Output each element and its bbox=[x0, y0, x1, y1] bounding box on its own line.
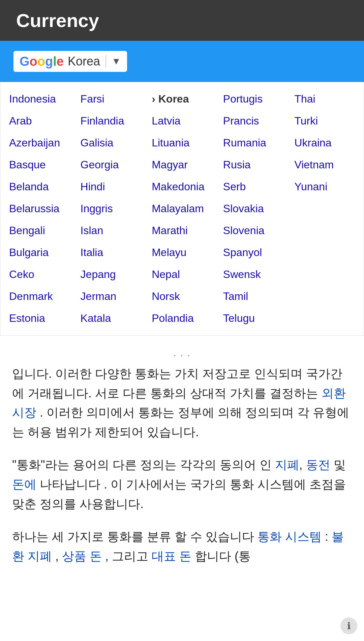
lang-turki[interactable]: Turki bbox=[289, 110, 360, 132]
search-divider bbox=[105, 55, 106, 67]
lang-belarussia[interactable]: Belarussia bbox=[4, 198, 75, 220]
lang-yunani[interactable]: Yunani bbox=[289, 176, 360, 198]
lang-nepal[interactable]: Nepal bbox=[146, 263, 218, 285]
language-column-2: Farsi Finlandia Galisia Georgia Hindi In… bbox=[75, 88, 147, 329]
lang-portugis[interactable]: Portugis bbox=[218, 88, 289, 110]
lang-slovenia[interactable]: Slovenia bbox=[218, 220, 289, 242]
link-done[interactable]: 돈에 bbox=[12, 477, 36, 491]
lang-estonia[interactable]: Estonia bbox=[4, 307, 75, 329]
content-paragraph-3: 하나는 세 가지로 통화를 분류 할 수 있습니다 통화 시스템 : 불환 지폐… bbox=[12, 527, 352, 566]
link-jipye[interactable]: 지폐 bbox=[275, 458, 299, 472]
link-representative-money[interactable]: 대표 돈 bbox=[152, 549, 191, 563]
content-paragraph-1: 입니다. 이러한 다양한 통화는 가치 저장고로 인식되며 국가간에 거래됩니다… bbox=[12, 364, 352, 442]
lang-islan[interactable]: Islan bbox=[75, 220, 147, 242]
language-column-4: Portugis Prancis Rumania Rusia Serb Slov… bbox=[218, 88, 289, 329]
lang-magyar[interactable]: Magyar bbox=[146, 154, 218, 176]
search-bar-area: Google Korea ▼ bbox=[0, 41, 364, 82]
lang-latvia[interactable]: Latvia bbox=[146, 110, 218, 132]
lang-jerman[interactable]: Jerman bbox=[75, 285, 147, 307]
article-content: · · · 입니다. 이러한 다양한 통화는 가치 저장고로 인식되며 국가간에… bbox=[0, 336, 364, 589]
lang-polandia[interactable]: Polandia bbox=[146, 307, 218, 329]
lang-norsk[interactable]: Norsk bbox=[146, 285, 218, 307]
lang-serb[interactable]: Serb bbox=[218, 176, 289, 198]
lang-katala[interactable]: Katala bbox=[75, 307, 147, 329]
lang-hindi[interactable]: Hindi bbox=[75, 176, 147, 198]
lang-malayalam[interactable]: Malayalam bbox=[146, 198, 218, 220]
lang-korea[interactable]: › Korea bbox=[146, 88, 218, 110]
truncated-indicator: · · · bbox=[12, 346, 352, 364]
lang-tamil[interactable]: Tamil bbox=[218, 285, 289, 307]
language-column-5: Thai Turki Ukraina Vietnam Yunani bbox=[289, 88, 360, 329]
lang-rusia[interactable]: Rusia bbox=[218, 154, 289, 176]
lang-marathi[interactable]: Marathi bbox=[146, 220, 218, 242]
lang-bengali[interactable]: Bengali bbox=[4, 220, 75, 242]
lang-telugu[interactable]: Telugu bbox=[218, 307, 289, 329]
lang-finlandia[interactable]: Finlandia bbox=[75, 110, 147, 132]
lang-georgia[interactable]: Georgia bbox=[75, 154, 147, 176]
lang-vietnam[interactable]: Vietnam bbox=[289, 154, 360, 176]
lang-makedonia[interactable]: Makedonia bbox=[146, 176, 218, 198]
language-column-3: › Korea Latvia Lituania Magyar Makedonia… bbox=[146, 88, 218, 329]
lang-azerbaijan[interactable]: Azerbaijan bbox=[4, 132, 75, 154]
lang-denmark[interactable]: Denmark bbox=[4, 285, 75, 307]
lang-melayu[interactable]: Melayu bbox=[146, 242, 218, 263]
lang-italia[interactable]: Italia bbox=[75, 242, 147, 263]
lang-galisia[interactable]: Galisia bbox=[75, 132, 147, 154]
lang-ceko[interactable]: Ceko bbox=[4, 263, 75, 285]
language-dropdown-menu: Indonesia Arab Azerbaijan Basque Belanda… bbox=[0, 82, 364, 336]
page-title: Currency bbox=[16, 9, 99, 31]
link-forex-market[interactable]: 외환 시장 bbox=[12, 386, 346, 420]
lang-inggris[interactable]: Inggris bbox=[75, 198, 147, 220]
lang-arab[interactable]: Arab bbox=[4, 110, 75, 132]
language-column-1: Indonesia Arab Azerbaijan Basque Belanda… bbox=[4, 88, 75, 329]
lang-rumania[interactable]: Rumania bbox=[218, 132, 289, 154]
lang-thai[interactable]: Thai bbox=[289, 88, 360, 110]
lang-spanyol[interactable]: Spanyol bbox=[218, 242, 289, 263]
lang-farsi[interactable]: Farsi bbox=[75, 88, 147, 110]
lang-belanda[interactable]: Belanda bbox=[4, 176, 75, 198]
lang-ukraina[interactable]: Ukraina bbox=[289, 132, 360, 154]
app-header: Currency bbox=[0, 0, 364, 41]
lang-indonesia[interactable]: Indonesia bbox=[4, 88, 75, 110]
lang-basque[interactable]: Basque bbox=[4, 154, 75, 176]
link-currency-system[interactable]: 통화 시스템 bbox=[257, 530, 322, 544]
google-logo-icon: Google bbox=[20, 55, 64, 68]
lang-prancis[interactable]: Prancis bbox=[218, 110, 289, 132]
search-query-text: Korea bbox=[68, 54, 100, 68]
language-grid: Indonesia Arab Azerbaijan Basque Belanda… bbox=[4, 88, 360, 329]
google-search-box[interactable]: Google Korea ▼ bbox=[13, 51, 127, 72]
lang-slovakia[interactable]: Slovakia bbox=[218, 198, 289, 220]
info-icon[interactable]: ℹ bbox=[340, 617, 357, 634]
lang-lituania[interactable]: Lituania bbox=[146, 132, 218, 154]
link-dongjeun[interactable]: 동전 bbox=[306, 458, 330, 472]
lang-swensk[interactable]: Swensk bbox=[218, 263, 289, 285]
link-commodity-money[interactable]: 상품 돈 bbox=[62, 549, 102, 563]
search-dropdown-arrow-icon[interactable]: ▼ bbox=[112, 56, 121, 67]
lang-jepang[interactable]: Jepang bbox=[75, 263, 147, 285]
content-paragraph-2: "통화"라는 용어의 다른 정의는 각각의 동의어 인 지폐, 동전 및 돈에 … bbox=[12, 455, 352, 513]
lang-bulgaria[interactable]: Bulgaria bbox=[4, 242, 75, 263]
